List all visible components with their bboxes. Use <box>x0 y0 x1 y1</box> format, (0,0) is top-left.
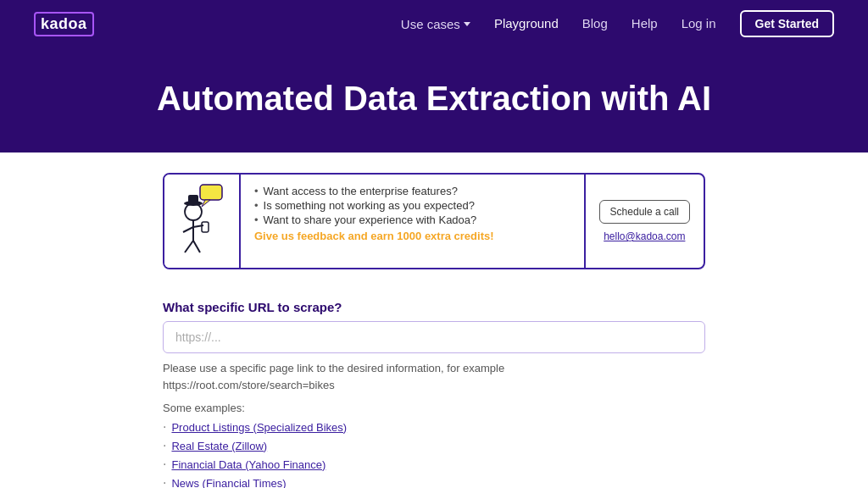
nav-link-playground[interactable]: Playground <box>494 16 559 30</box>
svg-rect-0 <box>200 185 222 200</box>
svg-marker-1 <box>202 200 210 207</box>
logo[interactable]: kadoa <box>34 12 94 36</box>
nav-item-login[interactable]: Log in <box>682 16 716 31</box>
banner-content: Want access to the enterprise features? … <box>241 175 586 268</box>
banner-bullet-3: Want to share your experience with Kadoa… <box>254 214 570 226</box>
nav-link-help[interactable]: Help <box>632 16 658 30</box>
logo-text[interactable]: kadoa <box>34 12 94 36</box>
example-link-2[interactable]: Financial Data (Yahoo Finance) <box>171 458 326 471</box>
svg-line-7 <box>185 241 193 252</box>
examples-list: Product Listings (Specialized Bikes) Rea… <box>163 419 705 488</box>
chevron-down-icon <box>464 22 470 26</box>
example-link-3[interactable]: News (Financial Times) <box>171 477 286 489</box>
nav-links: Use cases Playground Blog Help Log in Ge… <box>401 10 834 37</box>
nav-item-use-cases[interactable]: Use cases <box>401 17 470 31</box>
svg-rect-6 <box>202 222 209 232</box>
example-link-1[interactable]: Real Estate (Zillow) <box>171 440 267 452</box>
example-item-2: Financial Data (Yahoo Finance) <box>163 457 705 472</box>
url-form-label: What specific URL to scrape? <box>163 300 705 314</box>
nav-item-blog[interactable]: Blog <box>582 16 608 31</box>
banner-bullets: Want access to the enterprise features? … <box>254 185 570 226</box>
example-item-1: Real Estate (Zillow) <box>163 438 705 453</box>
banner-bullet-2: Is something not working as you expected… <box>254 199 570 212</box>
hero-section: Automated Data Extraction with AI <box>0 47 868 152</box>
schedule-call-button[interactable]: Schedule a call <box>599 200 690 224</box>
hint-text-line1: Please use a specific page link to the d… <box>163 360 705 393</box>
feedback-banner: Want access to the enterprise features? … <box>163 173 705 269</box>
nav-link-blog[interactable]: Blog <box>582 16 608 30</box>
illustration-svg <box>176 183 227 259</box>
svg-line-4 <box>183 227 193 232</box>
example-item-3: News (Financial Times) <box>163 475 705 488</box>
email-link[interactable]: hello@kadoa.com <box>604 230 685 242</box>
get-started-button[interactable]: Get Started <box>740 10 834 37</box>
url-input[interactable] <box>163 321 705 353</box>
svg-line-8 <box>193 241 200 252</box>
main-content: Want access to the enterprise features? … <box>70 152 798 488</box>
banner-bullet-1: Want access to the enterprise features? <box>254 185 570 197</box>
nav-item-playground[interactable]: Playground <box>494 16 559 31</box>
navbar: kadoa Use cases Playground Blog Help Log… <box>0 0 868 47</box>
example-link-0[interactable]: Product Listings (Specialized Bikes) <box>171 421 347 434</box>
form-section: What specific URL to scrape? Please use … <box>163 300 705 488</box>
nav-item-get-started[interactable]: Get Started <box>740 10 834 37</box>
nav-item-help[interactable]: Help <box>632 16 658 31</box>
nav-link-use-cases[interactable]: Use cases <box>401 17 460 31</box>
svg-rect-10 <box>188 195 198 203</box>
hero-title: Automated Data Extraction with AI <box>34 78 834 119</box>
banner-cta-text: Give us feedback and earn 1000 extra cre… <box>254 230 570 242</box>
banner-illustration <box>164 175 241 268</box>
banner-actions: Schedule a call hello@kadoa.com <box>586 175 704 268</box>
examples-label: Some examples: <box>163 402 705 414</box>
nav-link-login[interactable]: Log in <box>682 16 716 30</box>
example-item-0: Product Listings (Specialized Bikes) <box>163 419 705 435</box>
